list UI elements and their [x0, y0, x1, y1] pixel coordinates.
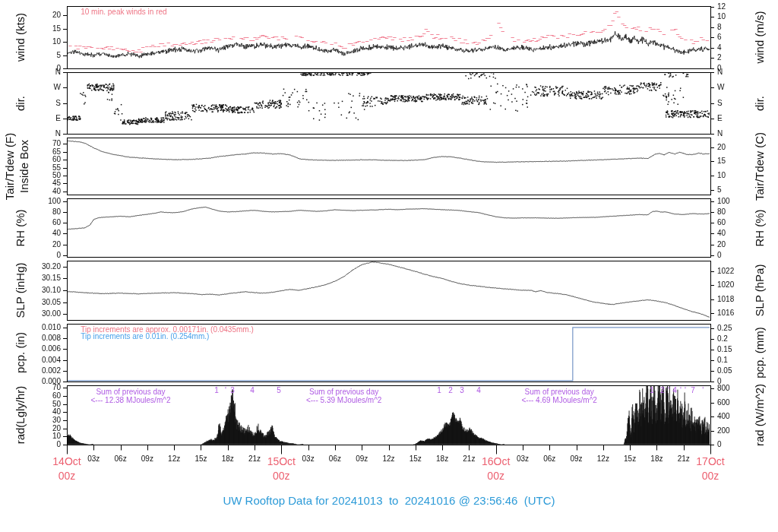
meteogram-canvas	[0, 0, 778, 532]
axis-label-left-pcp: pcp. (in)	[14, 332, 26, 373]
axis-label-right-tair: Tair/Tdew (C)	[754, 131, 765, 200]
x-axis-hour-label: 15z	[194, 455, 207, 463]
y-tick-label-left-rad: 70	[52, 384, 61, 391]
y-tick-label-right-rh: 0	[717, 252, 722, 259]
rad-event-mark: '	[702, 387, 704, 394]
x-axis-hour-label: 12z	[168, 455, 180, 463]
rad-sum-annotation: Sum of previous day	[525, 388, 594, 396]
y-tick-label-right-wind: 4	[717, 44, 722, 52]
y-tick-label-left-slp: 30.15	[42, 274, 61, 282]
y-tick-label-right-dir: W	[717, 84, 724, 91]
x-axis-hour-label: 21z	[678, 455, 690, 463]
y-tick-label-left-rh: 0	[56, 252, 61, 259]
y-tick-label-right-wind: 12	[717, 3, 726, 11]
y-tick-label-left-rad: 60	[52, 392, 61, 400]
y-tick-label-left-rad: 0	[56, 441, 61, 448]
meteogram-figure: 05101520024681012wind (kts)wind (m/s)10 …	[0, 0, 778, 532]
axis-label-right-dir: dir.	[754, 95, 765, 110]
y-tick-label-left-slp: 30.00	[42, 310, 61, 318]
y-tick-label-left-tair: 40	[52, 188, 61, 195]
y-tick-label-left-rad: 10	[52, 432, 61, 440]
x-axis-hour-label: 03z	[87, 455, 100, 463]
y-tick-label-left-slp: 30.10	[42, 287, 61, 294]
x-axis-hour-label: 18z	[650, 455, 663, 463]
x-axis-hour-label: 06z	[115, 455, 127, 463]
rad-event-mark: '	[225, 387, 226, 394]
y-tick-label-right-slp: 1020	[717, 281, 734, 289]
x-axis-hour-label: 09z	[141, 455, 153, 463]
rad-event-mark: 7	[691, 387, 695, 394]
y-tick-label-left-tair: 45	[52, 179, 61, 187]
y-tick-label-right-rad: 800	[717, 385, 730, 392]
y-tick-label-right-pcp: 0.15	[717, 346, 732, 353]
y-tick-label-left-pcp: 0.006	[42, 345, 61, 353]
y-tick-label-right-tair: 10	[717, 172, 726, 179]
x-axis-hour-label: 09z	[356, 455, 368, 463]
y-tick-label-right-rad: 0	[717, 441, 722, 448]
annotation-pcp: Tip increments are 0.01in. (0.254mm.)	[81, 333, 209, 340]
y-tick-label-left-rh: 20	[52, 241, 61, 249]
x-axis-hour-label: 21z	[248, 455, 261, 463]
rad-sum-annotation: <--- 12.38 MJoules/m^2	[90, 397, 170, 404]
y-tick-label-left-tair: 65	[52, 148, 61, 156]
x-axis-hour-label: 06z	[329, 455, 341, 463]
rad-event-mark: '	[685, 387, 686, 394]
y-tick-label-left-pcp: 0.008	[42, 334, 61, 342]
y-tick-label-left-pcp: 0.010	[42, 324, 61, 331]
y-tick-label-left-pcp: 0.002	[42, 367, 61, 375]
y-tick-label-left-rh: 60	[52, 219, 61, 226]
y-tick-label-left-rh: 40	[52, 230, 61, 237]
rad-sum-annotation: Sum of previous day	[309, 388, 378, 396]
y-tick-label-left-wind: 20	[52, 11, 61, 19]
x-axis-hour-label: 03z	[302, 455, 315, 463]
rad-event-mark: '	[680, 387, 682, 394]
rad-event-mark: 3	[230, 387, 235, 394]
y-tick-label-right-dir: N	[717, 130, 723, 138]
y-tick-label-left-wind: 5	[56, 52, 61, 59]
y-tick-label-right-wind: 8	[717, 24, 722, 31]
y-tick-label-right-slp: 1016	[717, 309, 734, 317]
y-tick-label-left-rad: 50	[52, 401, 61, 408]
axis-label-left-rad: rad(Lgly/hr)	[14, 386, 26, 445]
y-tick-label-right-pcp: 0.25	[717, 325, 732, 332]
x-axis-hour-label: 18z	[222, 455, 234, 463]
y-tick-label-right-rh: 100	[717, 198, 730, 205]
y-tick-label-left-rad: 40	[52, 408, 61, 416]
y-tick-label-left-dir: E	[55, 115, 61, 122]
rad-event-mark: 4	[672, 387, 677, 394]
x-axis-hour-label: 18z	[436, 455, 448, 463]
x-axis-hour-label: 15z	[410, 455, 422, 463]
x-axis-hour-label: 06z	[543, 455, 555, 463]
y-tick-label-right-tair: 15	[717, 157, 726, 165]
y-tick-label-right-rh: 40	[717, 230, 726, 237]
axis-label-right-rad: rad (W/m^2)	[754, 384, 765, 446]
y-tick-label-left-tair: 70	[52, 140, 61, 147]
axis-label-left-wind: wind (kts)	[14, 13, 26, 62]
x-axis-day-label: 14Oct	[52, 456, 81, 467]
y-tick-label-left-slp: 30.05	[42, 299, 61, 306]
y-tick-label-right-slp: 1018	[717, 296, 734, 303]
y-tick-label-right-rh: 80	[717, 208, 726, 216]
axis-label-left2-tair: Inside Box	[18, 139, 30, 192]
y-tick-label-left-slp: 30.20	[42, 263, 61, 271]
rad-event-mark: '	[668, 387, 669, 394]
rad-sum-annotation: Sum of previous day	[96, 388, 165, 396]
rad-event-mark: 4	[476, 387, 481, 394]
rad-event-mark: 5	[277, 387, 281, 394]
x-axis-day-label: 00z	[59, 470, 76, 481]
axis-label-right-slp: SLP (hPa)	[754, 264, 765, 317]
rad-sum-annotation: <--- 5.39 MJoules/m^2	[306, 397, 381, 404]
x-axis-hour-label: 21z	[463, 455, 475, 463]
y-tick-label-left-tair: 55	[52, 164, 61, 172]
y-tick-label-right-rh: 20	[717, 241, 726, 249]
y-tick-label-right-dir: S	[717, 100, 723, 107]
x-axis-hour-label: 12z	[597, 455, 609, 463]
y-tick-label-right-dir: E	[717, 115, 723, 122]
axis-label-right-rh: RH (%)	[754, 209, 765, 246]
x-axis-hour-label: 12z	[382, 455, 394, 463]
y-tick-label-left-rh: 80	[52, 208, 61, 216]
rad-event-mark: 2	[660, 387, 665, 394]
y-tick-label-right-tair: 5	[717, 186, 722, 194]
x-axis-hour-label: 03z	[517, 455, 529, 463]
x-axis-day-label: 17Oct	[696, 456, 724, 467]
